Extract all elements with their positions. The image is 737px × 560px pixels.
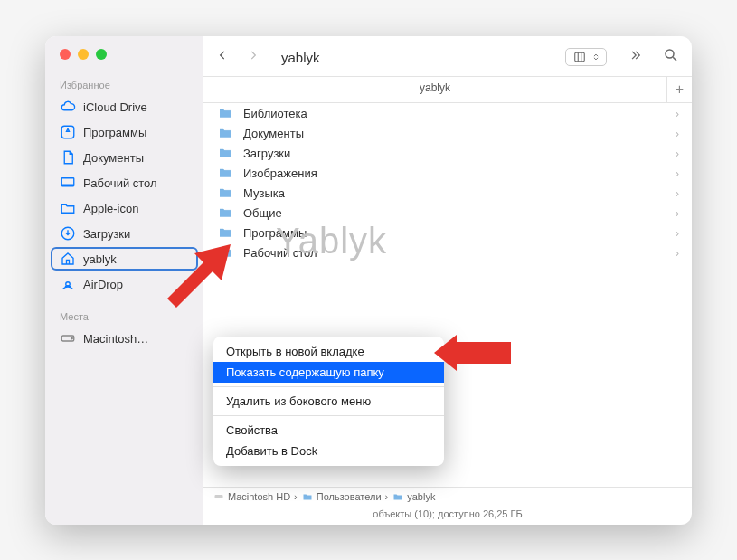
path-item[interactable]: Пользователи <box>301 491 382 502</box>
doc-icon <box>60 149 76 166</box>
svg-rect-6 <box>575 52 585 61</box>
file-name: Рабочий стол <box>243 246 676 260</box>
svg-marker-10 <box>434 335 511 371</box>
file-name: Общие <box>243 206 676 220</box>
apps-icon <box>60 124 76 140</box>
sidebar-item-label: yablyk <box>83 252 117 266</box>
sidebar-item-label: Рабочий стол <box>83 176 157 190</box>
folder-icon <box>216 185 234 200</box>
menu-separator <box>213 386 444 387</box>
sidebar-item-label: Macintosh… <box>83 332 148 346</box>
minimize-button[interactable] <box>78 49 89 60</box>
sidebar-item-apps[interactable]: Программы <box>51 120 198 144</box>
sidebar-item-label: Программы <box>83 126 146 139</box>
svg-point-7 <box>666 50 674 58</box>
finder-window: Избранное iCloud Drive Программы Докумен… <box>45 36 692 525</box>
chevron-right-icon: › <box>676 166 679 180</box>
chevron-right-icon: › <box>676 127 679 140</box>
chevron-right-icon: › <box>676 147 679 160</box>
file-name: Программы <box>243 226 676 240</box>
more-button[interactable] <box>627 49 643 65</box>
file-name: Библиотека <box>243 107 676 120</box>
sidebar-item-disk[interactable]: Macintosh… <box>51 327 198 350</box>
menu-separator <box>213 415 444 416</box>
context-menu-item[interactable]: Добавить в Dock <box>213 441 444 461</box>
folder-icon <box>216 106 234 120</box>
context-menu-item[interactable]: Показать содержащую папку <box>213 362 444 383</box>
chevron-right-icon: › <box>676 107 679 120</box>
sidebar-item-label: Apple-icon <box>83 202 138 215</box>
folder-icon <box>60 200 76 216</box>
svg-rect-8 <box>215 495 223 498</box>
file-row[interactable]: Общие› <box>203 203 692 223</box>
sidebar-item-label: Документы <box>83 151 144 165</box>
sidebar-header: Избранное <box>45 76 203 94</box>
context-menu-item[interactable]: Открыть в новой вкладке <box>213 341 444 362</box>
file-name: Музыка <box>243 186 676 200</box>
svg-point-5 <box>71 337 73 339</box>
sidebar-item-label: AirDrop <box>83 278 123 291</box>
path-bar: Macintosh HD › Пользователи › yablyk <box>203 487 692 506</box>
tab[interactable]: yablyk <box>203 77 666 102</box>
chevron-right-icon: › <box>294 491 298 502</box>
home-icon <box>60 251 76 267</box>
sidebar-item-desktop[interactable]: Рабочий стол <box>51 171 198 195</box>
path-item[interactable]: Macintosh HD <box>213 491 290 502</box>
file-row[interactable]: Музыка› <box>203 183 692 203</box>
view-switcher[interactable] <box>565 48 607 66</box>
file-name: Загрузки <box>243 147 676 160</box>
file-name: Документы <box>243 127 676 140</box>
toolbar: yablyk <box>203 36 692 76</box>
sidebar-item-label: Загрузки <box>83 227 130 241</box>
svg-marker-9 <box>167 244 231 308</box>
nav-buttons <box>216 47 260 67</box>
chevron-right-icon: › <box>676 206 679 220</box>
tab-bar: yablyk + <box>203 76 692 103</box>
forward-button[interactable] <box>247 47 260 67</box>
path-item[interactable]: yablyk <box>392 491 435 502</box>
folder-icon <box>216 205 234 220</box>
close-button[interactable] <box>60 49 71 60</box>
chevron-right-icon: › <box>676 186 679 200</box>
back-button[interactable] <box>216 47 229 67</box>
annotation-arrow <box>163 235 235 308</box>
status-bar: объекты (10); доступно 26,25 ГБ <box>203 506 692 525</box>
context-menu: Открыть в новой вкладкеПоказать содержащ… <box>213 337 444 466</box>
folder-icon <box>216 166 234 180</box>
window-title: yablyk <box>281 50 556 65</box>
context-menu-item[interactable]: Свойства <box>213 420 444 441</box>
cloud-icon <box>60 99 76 115</box>
file-row[interactable]: Документы› <box>203 123 692 143</box>
folder-icon <box>216 146 234 160</box>
context-menu-item[interactable]: Удалить из бокового меню <box>213 391 444 412</box>
chevron-right-icon: › <box>385 491 389 502</box>
file-row[interactable]: Программы› <box>203 223 692 242</box>
download-icon <box>60 225 76 242</box>
window-controls <box>45 49 203 76</box>
search-button[interactable] <box>663 47 679 67</box>
sidebar-item-folder[interactable]: Apple-icon <box>51 196 198 220</box>
file-row[interactable]: Загрузки› <box>203 143 692 163</box>
folder-icon <box>216 126 234 140</box>
sidebar-header: Места <box>45 308 203 326</box>
annotation-arrow <box>434 335 515 371</box>
sidebar-item-icloud[interactable]: iCloud Drive <box>51 95 198 119</box>
zoom-button[interactable] <box>96 49 107 60</box>
airdrop-icon <box>60 276 76 292</box>
chevron-right-icon: › <box>676 246 679 260</box>
chevron-right-icon: › <box>676 226 679 240</box>
file-row[interactable]: Библиотека› <box>203 103 692 123</box>
file-row[interactable]: Изображения› <box>203 163 692 183</box>
sidebar-item-documents[interactable]: Документы <box>51 146 198 169</box>
file-name: Изображения <box>243 166 676 180</box>
new-tab-button[interactable]: + <box>666 77 692 102</box>
sidebar-item-label: iCloud Drive <box>83 100 147 114</box>
file-row[interactable]: Рабочий стол› <box>203 242 692 262</box>
disk-icon <box>60 330 76 346</box>
desktop-icon <box>60 175 76 191</box>
